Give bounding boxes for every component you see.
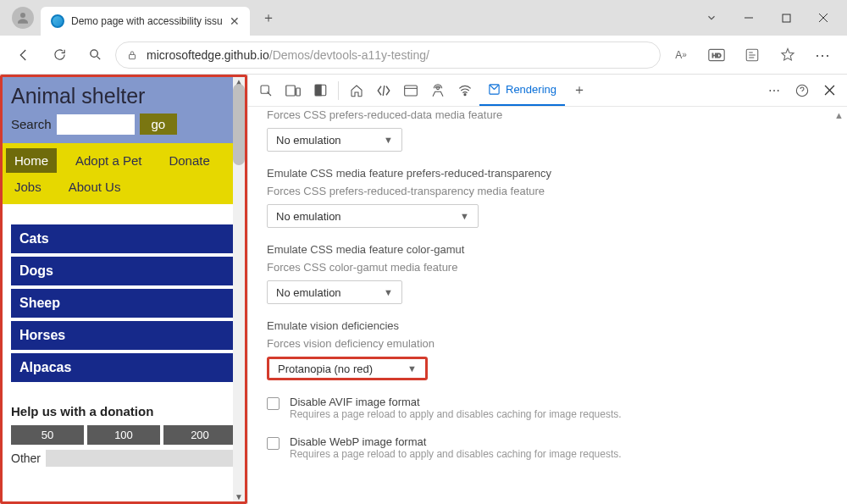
reduced-data-select[interactable]: No emulation▼ <box>267 128 402 152</box>
more-icon[interactable]: ⋯ <box>808 40 839 70</box>
devtools-close-icon[interactable] <box>817 78 842 103</box>
vision-deficiency-select[interactable]: Protanopia (no red)▼ <box>267 357 428 380</box>
svg-point-5 <box>90 50 97 58</box>
disable-webp-checkbox[interactable] <box>267 437 280 450</box>
site-header: Animal shelter Search go <box>3 77 245 143</box>
address-bar[interactable]: microsoftedge.github.io/Demos/devtools-a… <box>115 42 661 69</box>
svg-rect-18 <box>315 85 321 96</box>
site-title: Animal shelter <box>11 84 236 108</box>
main-nav: Home Adopt a Pet Donate Jobs About Us <box>3 143 245 204</box>
page-viewport: Animal shelter Search go Home Adopt a Pe… <box>0 75 247 504</box>
color-gamut-title: Emulate CSS media feature color-gamut <box>267 243 828 256</box>
network-icon[interactable] <box>452 78 478 103</box>
nav-jobs[interactable]: Jobs <box>6 174 50 199</box>
go-button[interactable]: go <box>140 114 178 135</box>
chevron-down-icon[interactable] <box>693 4 730 31</box>
maximize-button[interactable] <box>767 4 805 31</box>
favorite-icon[interactable] <box>772 40 803 70</box>
nav-donate[interactable]: Donate <box>160 148 218 173</box>
sources-icon[interactable] <box>425 78 451 103</box>
other-label: Other <box>11 451 41 465</box>
reduced-trans-subtitle: Forces CSS prefers-reduced-transparency … <box>267 185 828 197</box>
browser-tab[interactable]: Demo page with accessibility issu ✕ <box>41 7 250 36</box>
window-close-button[interactable] <box>805 4 842 31</box>
dock-icon[interactable] <box>307 78 333 103</box>
read-aloud-icon[interactable]: A» <box>666 40 696 70</box>
browser-toolbar: microsoftedge.github.io/Demos/devtools-a… <box>0 36 847 75</box>
search-label: Search <box>11 117 52 131</box>
minimize-button[interactable] <box>730 4 767 31</box>
help-icon[interactable] <box>789 78 815 103</box>
back-button[interactable] <box>8 40 39 70</box>
more-tabs-button[interactable]: ＋ <box>567 78 592 103</box>
vision-subtitle: Forces vision deficiency emulation <box>267 337 828 350</box>
reduced-data-subtitle: Forces CSS prefers-reduced-data media fe… <box>267 108 828 121</box>
disable-avif-label: Disable AVIF image format <box>290 396 622 408</box>
other-amount-input[interactable] <box>46 450 236 467</box>
donate-200[interactable]: 200 <box>163 425 236 445</box>
svg-rect-2 <box>783 14 790 22</box>
svg-point-22 <box>464 93 466 95</box>
animal-list: Cats Dogs Sheep Horses Alpacas <box>3 204 245 390</box>
animal-sheep[interactable]: Sheep <box>11 289 236 318</box>
welcome-icon[interactable] <box>344 78 369 103</box>
scroll-thumb[interactable] <box>233 84 245 165</box>
svg-point-21 <box>437 87 440 90</box>
svg-rect-7 <box>130 54 136 58</box>
svg-point-0 <box>20 13 25 18</box>
reduced-trans-title: Emulate CSS media feature prefers-reduce… <box>267 167 828 180</box>
devtools-panel: Rendering ＋ ⋯ ▲ Forces CSS prefers-reduc… <box>247 75 847 504</box>
hd-icon[interactable]: HD <box>701 40 732 70</box>
animal-dogs[interactable]: Dogs <box>11 257 236 285</box>
reader-icon[interactable] <box>737 40 767 70</box>
console-icon[interactable] <box>398 78 424 103</box>
new-tab-button[interactable]: ＋ <box>255 4 282 31</box>
rendering-pane: ▲ Forces CSS prefers-reduced-data media … <box>248 107 847 504</box>
animal-cats[interactable]: Cats <box>11 224 236 253</box>
svg-line-6 <box>97 57 100 60</box>
nav-home[interactable]: Home <box>6 148 57 173</box>
devtools-tabbar: Rendering ＋ ⋯ <box>248 75 847 107</box>
color-gamut-select[interactable]: No emulation▼ <box>267 280 402 304</box>
pane-scroll-up-icon[interactable]: ▲ <box>834 110 844 120</box>
window-titlebar: Demo page with accessibility issu ✕ ＋ <box>0 0 847 36</box>
url-text: microsoftedge.github.io/Demos/devtools-a… <box>147 48 429 62</box>
svg-rect-19 <box>405 86 418 96</box>
device-icon[interactable] <box>280 78 306 103</box>
search-icon[interactable] <box>80 40 110 70</box>
refresh-button[interactable] <box>44 40 75 70</box>
disable-webp-label: Disable WebP image format <box>290 435 622 448</box>
animal-horses[interactable]: Horses <box>11 321 236 350</box>
animal-alpacas[interactable]: Alpacas <box>11 353 236 382</box>
lock-icon <box>126 49 138 61</box>
devtools-more-icon[interactable]: ⋯ <box>762 78 788 103</box>
profile-avatar[interactable] <box>12 7 34 29</box>
disable-webp-desc: Requires a page reload to apply and disa… <box>290 448 622 460</box>
donate-100[interactable]: 100 <box>87 425 160 445</box>
disable-avif-checkbox[interactable] <box>267 397 280 410</box>
svg-rect-15 <box>286 86 296 96</box>
inspect-icon[interactable] <box>253 78 279 103</box>
tab-title: Demo page with accessibility issu <box>71 15 223 27</box>
tab-rendering[interactable]: Rendering <box>479 75 565 106</box>
edge-favicon-icon <box>51 14 64 28</box>
tab-close-icon[interactable]: ✕ <box>230 14 240 28</box>
donate-50[interactable]: 50 <box>11 425 84 445</box>
disable-avif-desc: Requires a page reload to apply and disa… <box>290 408 622 420</box>
elements-icon[interactable] <box>371 78 396 103</box>
search-input[interactable] <box>57 114 135 135</box>
svg-rect-16 <box>296 88 301 96</box>
svg-text:HD: HD <box>712 52 722 59</box>
scroll-down-icon[interactable]: ▼ <box>235 492 243 501</box>
nav-adopt[interactable]: Adopt a Pet <box>67 148 150 173</box>
color-gamut-subtitle: Forces CSS color-gamut media feature <box>267 261 828 274</box>
donation-heading: Help us with a donation <box>3 390 245 425</box>
page-scrollbar[interactable]: ▲ ▼ <box>233 77 245 501</box>
vision-title: Emulate vision deficiencies <box>267 319 828 332</box>
nav-about[interactable]: About Us <box>60 174 130 199</box>
reduced-trans-select[interactable]: No emulation▼ <box>267 204 479 228</box>
